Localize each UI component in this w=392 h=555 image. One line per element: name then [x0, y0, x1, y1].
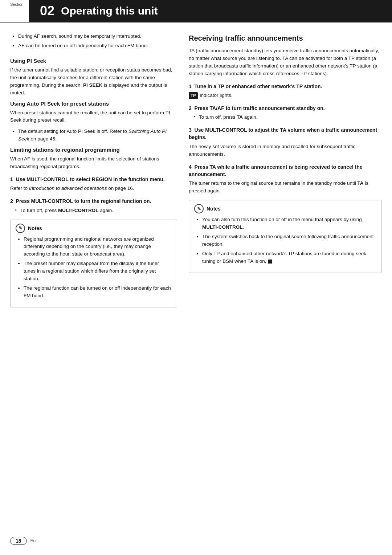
page-number-badge: 18: [10, 537, 27, 545]
receiving-traffic-intro: TA (traffic announcement standby) lets y…: [189, 47, 382, 78]
page: Section 02 Operating this unit During AF…: [0, 0, 392, 555]
intro-bullet-1: During AF search, sound may be temporari…: [18, 33, 177, 40]
limiting-stations-heading: Limiting stations to regional programmin…: [10, 147, 177, 153]
using-auto-pi-seek-section: Using Auto PI Seek for preset stations W…: [10, 101, 177, 143]
right-note-2: The system switches back to the original…: [202, 233, 376, 248]
right-note-3: Only TP and enhanced other network’s TP …: [202, 250, 376, 265]
right-step2-bullets: To turn off, press TA again.: [189, 114, 382, 121]
intro-bullets-list: During AF search, sound may be temporari…: [10, 33, 177, 50]
using-pi-seek-body: If the tuner cannot find a suitable stat…: [10, 66, 177, 97]
pi-seek-bold: PI SEEK: [83, 82, 102, 88]
left-notes-box: ✎ Notes Regional programming and regiona…: [10, 220, 177, 307]
step2-bullet: To turn off, press MULTI-CONTROL again.: [15, 207, 177, 215]
right-column: Receiving traffic announcements TA (traf…: [189, 33, 382, 311]
right-step1-body: TP indicator lights.: [189, 92, 382, 99]
step2-bullets: To turn off, press MULTI-CONTROL again.: [10, 207, 177, 215]
right-step3-body: The newly set volume is stored in memory…: [189, 143, 382, 158]
using-auto-pi-seek-heading: Using Auto PI Seek for preset stations: [10, 101, 177, 107]
footer-lang: En: [30, 538, 36, 543]
right-step2-bullet: To turn off, press TA again.: [194, 114, 382, 121]
notes-icon: ✎: [16, 224, 25, 233]
right-notes-list: You can also turn this function on or of…: [194, 216, 376, 265]
left-notes-list: Regional programming and regional networ…: [16, 236, 172, 300]
limiting-stations-body: When AF is used, the regional function l…: [10, 155, 177, 171]
right-notes-header: ✎ Notes: [194, 204, 376, 213]
left-note-2: The preset number may disappear from the…: [24, 260, 172, 283]
section-label: Section: [10, 2, 29, 7]
header-title-block: 02 Operating this unit: [29, 0, 392, 22]
auto-pi-seek-bullets: The default setting for Auto PI Seek is …: [10, 128, 177, 143]
right-note-1: You can also turn this function on or of…: [202, 216, 376, 231]
right-step4-heading: 4 Press TA while a traffic announcement …: [189, 163, 382, 178]
header-bar: Section 02 Operating this unit: [0, 0, 392, 23]
right-step1-heading: 1 Tune in a TP or enhanced other network…: [189, 83, 382, 90]
step1-heading: 1 Use MULTI-CONTROL to select REGION in …: [10, 176, 177, 183]
using-pi-seek-section: Using PI Seek If the tuner cannot find a…: [10, 58, 177, 97]
using-auto-pi-seek-body: When preset stations cannot be recalled,…: [10, 109, 177, 125]
left-notes-label: Notes: [28, 225, 42, 231]
right-notes-box: ✎ Notes You can also turn this function …: [189, 200, 382, 273]
footer: 18 En: [10, 537, 36, 545]
receiving-traffic-heading: Receiving traffic announcements: [189, 33, 382, 43]
left-note-3: The regional function can be turned on o…: [24, 285, 172, 300]
multi-control-bold: MULTI-CONTROL: [202, 224, 242, 230]
intro-bullet-2: AF can be turned on or off independently…: [18, 42, 177, 50]
left-note-1: Regional programming and regional networ…: [24, 236, 172, 258]
limiting-stations-section: Limiting stations to regional programmin…: [10, 147, 177, 214]
header-title: Operating this unit: [61, 5, 158, 17]
right-step2-heading: 2 Press TA/AF to turn traffic announceme…: [189, 105, 382, 112]
content: During AF search, sound may be temporari…: [0, 23, 392, 321]
step1-body: Refer to Introduction to advanced operat…: [10, 185, 177, 192]
auto-pi-seek-bullet: The default setting for Auto PI Seek is …: [18, 128, 177, 143]
end-symbol: [268, 260, 272, 264]
right-step4-body: The tuner returns to the original source…: [189, 180, 382, 195]
left-column: During AF search, sound may be temporari…: [10, 33, 177, 311]
right-notes-icon: ✎: [194, 204, 204, 213]
page-number: 18: [16, 538, 21, 544]
right-notes-label: Notes: [207, 206, 221, 212]
tp-badge: TP: [189, 92, 198, 99]
using-pi-seek-heading: Using PI Seek: [10, 58, 177, 64]
section-label-block: Section: [0, 0, 29, 22]
step2-heading: 2 Press MULTI-CONTROL to turn the region…: [10, 197, 177, 205]
header-number: 02: [40, 3, 54, 19]
left-notes-header: ✎ Notes: [16, 224, 172, 233]
right-step3-heading: 3 Use MULTI-CONTROL to adjust the TA vol…: [189, 126, 382, 141]
